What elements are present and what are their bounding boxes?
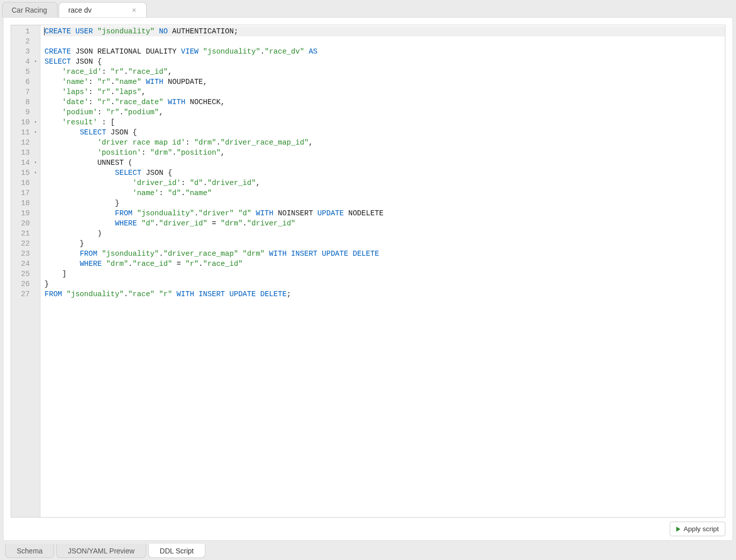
- code-line[interactable]: 'name': "d"."name": [45, 188, 725, 198]
- bottom-tab-json-yaml-preview[interactable]: JSON/YAML Preview: [56, 544, 146, 558]
- code-line[interactable]: }: [45, 239, 725, 249]
- code-line[interactable]: WHERE "drm"."race_id" = "r"."race_id": [45, 259, 725, 269]
- code-line[interactable]: }: [45, 198, 725, 208]
- line-number[interactable]: 9: [11, 107, 36, 117]
- code-line[interactable]: SELECT JSON {: [45, 168, 725, 178]
- line-number[interactable]: 23: [11, 249, 36, 259]
- code-line[interactable]: WHERE "d"."driver_id" = "drm"."driver_id…: [45, 218, 725, 228]
- bottom-tabs: SchemaJSON/YAML PreviewDDL Script: [0, 544, 736, 560]
- code-line[interactable]: UNNEST (: [45, 158, 725, 168]
- code-line[interactable]: }: [45, 279, 725, 289]
- app-root: Car Racingrace dv× 123456789101112131415…: [0, 0, 736, 560]
- tab-label: Car Racing: [12, 6, 47, 14]
- code-line[interactable]: CREATE USER "jsonduality" NO AUTHENTICAT…: [45, 26, 725, 36]
- tab-label: race dv: [68, 6, 92, 14]
- top-tab-car-racing[interactable]: Car Racing: [2, 2, 58, 17]
- apply-script-button[interactable]: Apply script: [670, 522, 725, 536]
- code-line[interactable]: 'name': "r"."name" WITH NOUPDATE,: [45, 77, 725, 87]
- line-gutter: 1234567891011121314151617181920212223242…: [11, 25, 40, 517]
- top-tab-race-dv[interactable]: race dv×: [59, 2, 147, 17]
- code-line[interactable]: FROM "jsonduality"."driver" "d" WITH NOI…: [45, 208, 725, 218]
- line-number[interactable]: 8: [11, 97, 36, 107]
- line-number[interactable]: 17: [11, 188, 36, 198]
- code-area[interactable]: CREATE USER "jsonduality" NO AUTHENTICAT…: [40, 25, 725, 517]
- code-line[interactable]: 'driver race map id': "drm"."driver_race…: [45, 137, 725, 148]
- code-line[interactable]: 'position': "drm"."position",: [45, 148, 725, 158]
- code-line[interactable]: 'date': "r"."race_date" WITH NOCHECK,: [45, 97, 725, 107]
- line-number[interactable]: 18: [11, 198, 36, 208]
- code-line[interactable]: 'race_id': "r"."race_id",: [45, 67, 725, 77]
- line-number[interactable]: 1: [11, 26, 36, 36]
- code-line[interactable]: 'driver_id': "d"."driver_id",: [45, 178, 725, 188]
- code-line[interactable]: FROM "jsonduality"."race" "r" WITH INSER…: [45, 289, 725, 299]
- code-line[interactable]: 'result' : [: [45, 117, 725, 127]
- line-number[interactable]: 24: [11, 259, 36, 269]
- line-number[interactable]: 3: [11, 46, 36, 57]
- line-number[interactable]: 6: [11, 77, 36, 87]
- line-number[interactable]: 7: [11, 87, 36, 97]
- bottom-tab-ddl-script[interactable]: DDL Script: [148, 544, 205, 558]
- line-number[interactable]: 27: [11, 289, 36, 299]
- line-number[interactable]: 10: [11, 117, 36, 127]
- code-line[interactable]: 'laps': "r"."laps",: [45, 87, 725, 97]
- line-number[interactable]: 19: [11, 208, 36, 218]
- code-line[interactable]: [45, 36, 725, 46]
- apply-script-label: Apply script: [683, 525, 719, 533]
- line-number[interactable]: 5: [11, 67, 36, 77]
- bottom-tab-schema[interactable]: Schema: [5, 544, 54, 558]
- editor-footer: Apply script: [11, 518, 725, 536]
- code-line[interactable]: SELECT JSON {: [45, 127, 725, 137]
- code-line[interactable]: ): [45, 228, 725, 239]
- line-number[interactable]: 20: [11, 218, 36, 228]
- code-line[interactable]: ]: [45, 269, 725, 279]
- line-number[interactable]: 16: [11, 178, 36, 188]
- line-number[interactable]: 15: [11, 168, 36, 178]
- line-number[interactable]: 25: [11, 269, 36, 279]
- line-number[interactable]: 26: [11, 279, 36, 289]
- code-line[interactable]: SELECT JSON {: [45, 57, 725, 67]
- play-icon: [676, 527, 680, 532]
- line-number[interactable]: 22: [11, 239, 36, 249]
- code-line[interactable]: 'podium': "r"."podium",: [45, 107, 725, 117]
- line-number[interactable]: 12: [11, 137, 36, 148]
- top-tabs: Car Racingrace dv×: [0, 0, 736, 17]
- line-number[interactable]: 13: [11, 148, 36, 158]
- line-number[interactable]: 2: [11, 36, 36, 46]
- code-line[interactable]: FROM "jsonduality"."driver_race_map" "dr…: [45, 249, 725, 259]
- line-number[interactable]: 4: [11, 57, 36, 67]
- line-number[interactable]: 21: [11, 228, 36, 239]
- editor-panel: 1234567891011121314151617181920212223242…: [3, 17, 733, 541]
- line-number[interactable]: 14: [11, 158, 36, 168]
- line-number[interactable]: 11: [11, 127, 36, 137]
- close-icon[interactable]: ×: [132, 6, 136, 14]
- code-line[interactable]: CREATE JSON RELATIONAL DUALITY VIEW "jso…: [45, 46, 725, 57]
- code-editor[interactable]: 1234567891011121314151617181920212223242…: [11, 25, 725, 518]
